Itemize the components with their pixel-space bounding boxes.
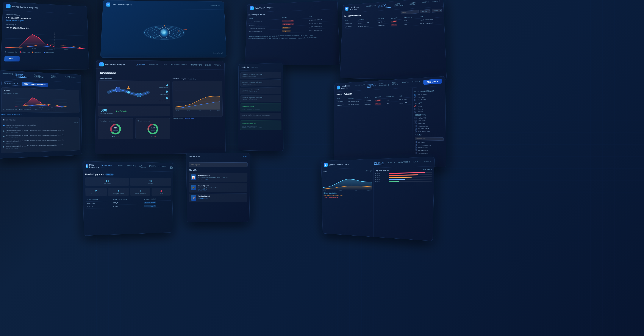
latest-version-badge: Latest: 5.2: [105, 173, 114, 175]
nav-threat-hunts[interactable]: THREAT HUNTS: [51, 75, 62, 80]
guide-started-link[interactable]: LEARN MORE: [198, 197, 210, 199]
nav-live-mounts[interactable]: LIVE MOUNTS: [169, 166, 173, 169]
viz-3d-center: Privacy Policy ©: [100, 9, 226, 57]
cluster-header: D Data Protection DASHBOARD CLUSTERS INV…: [83, 161, 173, 171]
nav-management[interactable]: MANAGEMENT: [398, 161, 410, 164]
filter-warning[interactable]: Warning: [414, 107, 443, 110]
nav-dash-f[interactable]: DASHBOARD: [356, 84, 364, 88]
svg-text:no anomalies: no anomalies: [113, 130, 118, 131]
filter-nas[interactable]: NAS Share: [414, 122, 444, 124]
nav-hunts-f[interactable]: THREAT HUNTS: [392, 82, 399, 86]
filter-cluster-hub[interactable]: hub-cluster: [414, 141, 444, 144]
recover-button[interactable]: RECOVER: [423, 79, 442, 85]
file-logo: D: [250, 6, 254, 10]
privacy-label: Privacy Policy ©: [214, 52, 223, 54]
nav-anomaly-f[interactable]: ANOMALY DETECTION: [367, 83, 376, 88]
threats-count: 0: [158, 90, 168, 94]
nav-login[interactable]: LOGIN WITH SSO: [208, 5, 221, 6]
health-status: 100% Healthy: [118, 110, 127, 112]
nav-clusters[interactable]: CLUSTERS: [115, 165, 124, 168]
download-csv-button[interactable]: DOWNLOAD CSV: [2, 81, 20, 86]
nav-threat-f[interactable]: THREAT MONITORING: [379, 82, 389, 87]
nav-dashboard[interactable]: DASHBOARD: [2, 73, 13, 77]
nav-events-s[interactable]: EVENTS: [414, 161, 421, 164]
anomaly-search-input[interactable]: [400, 10, 419, 14]
nav-reports-c[interactable]: REPORTS: [158, 166, 166, 169]
nav-threat-mon[interactable]: THREAT MONITORING: [34, 74, 50, 79]
svg-line-24: [16, 98, 67, 100]
nav-events[interactable]: EVENTS: [64, 76, 70, 80]
anomaly-filter-panel: D Data Threat Analytics DASHBOARD ANOMAL…: [334, 76, 446, 167]
help-header: Help Center Clear: [186, 153, 250, 160]
guide-teaching-link[interactable]: START TOUR: [198, 189, 218, 191]
filter-linux[interactable]: Linux Share: [414, 120, 444, 122]
nav-sla[interactable]: SLA DOMAINS: [139, 165, 146, 168]
nav-events-d[interactable]: EVENTS: [205, 64, 211, 66]
svg-line-0: [5, 34, 85, 36]
svg-text:Aug 29: Aug 29: [48, 48, 53, 50]
filter-24h[interactable]: Past 24 hours: [414, 93, 443, 96]
filter-cluster-udbc[interactable]: udbc-Radar-NE-8: [415, 147, 444, 149]
filter-cluster-usbc2[interactable]: usbc-Radar-NE-8: [415, 149, 444, 152]
nav-threat-monitoring[interactable]: THREAT MONITORING: [170, 64, 186, 66]
nav-anomaly-d[interactable]: ANOMALY DETECTION: [149, 64, 166, 66]
severity-select[interactable]: Severity Critical Warning: [420, 9, 430, 13]
nav-events-t[interactable]: EVENTS: [422, 1, 429, 5]
chart-legend: Suspicious Files Deleted Files Added Fil…: [5, 51, 86, 53]
filter-windows-vol[interactable]: Windows Volumes: [414, 131, 444, 133]
dash-logo: D: [100, 62, 104, 66]
nav-threat-t[interactable]: THREAT MONITORING: [394, 3, 407, 7]
clear-button[interactable]: Clear: [244, 156, 247, 157]
nav-reports-d[interactable]: REPORTS: [214, 64, 222, 66]
nav-dashboard-active[interactable]: DASHBOARD: [136, 63, 146, 66]
nav-events-c[interactable]: EVENTS: [149, 165, 156, 169]
nav-dash-t[interactable]: DASHBOARD: [366, 5, 376, 9]
nav-hunts-t[interactable]: THREAT HUNTS: [410, 2, 419, 6]
nav-anomaly[interactable]: ANOMALY DETECTION: [15, 73, 32, 78]
next-button[interactable]: NEXT: [4, 56, 20, 61]
cluster-search-input[interactable]: [414, 137, 444, 141]
filter-7d[interactable]: Past 7 Days: [414, 95, 443, 98]
nav-dashboard-c[interactable]: DASHBOARD: [101, 165, 112, 168]
filter-cluster-usbc[interactable]: usbc-Global-Edge-Fab.: [415, 144, 444, 147]
dash-app-title: Data Threat Analytics: [105, 63, 125, 66]
guide-realtime-link[interactable]: START GUIDE: [198, 179, 230, 180]
event-timeline-list: Detected significant indication of encry…: [3, 124, 78, 150]
filter-cluster-we[interactable]: WE Cloud Direct: [415, 152, 444, 155]
sensitive-files-stat: 654 Low-Sensitive Files: [324, 192, 372, 194]
filter-dell[interactable]: Dell Cloud Direct: [414, 128, 444, 130]
nav-reports[interactable]: REPORTS: [72, 76, 78, 80]
svg-text:Jul 26: Jul 26: [208, 110, 211, 111]
download-forensics-link[interactable]: DOWNLOAD FOR FORENSICS: [1, 114, 80, 116]
guide-teaching-title: Teaching Tour: [198, 185, 218, 187]
svg-text:Aug 4: Aug 4: [339, 190, 342, 191]
svg-marker-35: [127, 86, 130, 89]
viz-logo: D: [106, 2, 110, 6]
timeline-item: Finished Radar analysis for snapshot tak…: [3, 134, 78, 139]
nav-events-f[interactable]: EVENTS: [402, 81, 408, 86]
nav-anomaly-t[interactable]: ANOMALY DETECTION: [378, 4, 391, 8]
anomaly-table-panel: D Data Threat Analytics DASHBOARD ANOMAL…: [340, 0, 447, 80]
cluster-title: Cluster Upgrades: [85, 173, 104, 176]
nav-reports-f[interactable]: REPORTS: [412, 80, 420, 85]
nav-reports-t[interactable]: REPORTS: [432, 0, 440, 5]
cluster-select[interactable]: Cluster: [432, 8, 442, 13]
filter-critical[interactable]: Critical: [414, 105, 443, 107]
filter-missing[interactable]: Missing: [414, 110, 444, 113]
nav-threat-hunts-d[interactable]: THREAT HUNTS: [190, 64, 202, 66]
nav-inventory[interactable]: INVENTORY: [127, 165, 136, 168]
teaching-guide-icon: 🎓: [191, 185, 196, 190]
nav-objects[interactable]: OBJECTS: [387, 162, 395, 164]
recover-snapshot-button[interactable]: RECOVER FULL SNAPSHOT: [22, 82, 48, 87]
anomalies-count: 3: [158, 83, 168, 87]
filter-sidebar: Detection Time Range Past 24 hours Past …: [412, 86, 446, 167]
filter-windows-share[interactable]: Windows Share: [414, 125, 444, 127]
all-groups-label: All Groups: [366, 170, 372, 172]
nav-dash-s[interactable]: DASHBOARD: [374, 162, 384, 165]
cluster-upgrades-panel: D Data Protection DASHBOARD CLUSTERS INV…: [82, 161, 173, 236]
open-access-stat: 463 Open Access Sensitive Files: [324, 194, 372, 197]
help-search-input[interactable]: [189, 162, 248, 167]
insight-item: New threat migrated to Rubrik intel Febr…: [240, 72, 281, 79]
filter-vsphere[interactable]: vSphere VM: [414, 117, 444, 119]
filter-30d[interactable]: Past 30 Days: [414, 98, 443, 101]
